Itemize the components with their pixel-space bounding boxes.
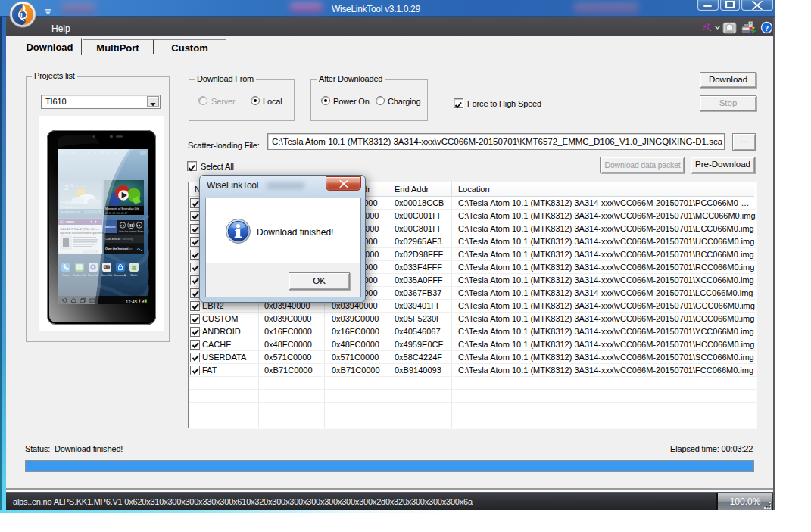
svg-text:L: L [20,11,25,19]
svg-text:Over the horizon Sams: Over the horizon Sams [119,230,144,233]
svg-text:Cool breeze: Cool breeze [105,238,120,241]
svg-text:Over the horizon: Over the horizon [105,247,129,250]
svg-text:00:29:08 / 00:43:47: 00:29:08 / 00:43:47 [105,212,127,215]
svg-text:Moments of Everyday Life: Moments of Everyday Life [105,207,139,210]
svg-text:Market: Market [131,274,138,277]
svg-text:SAMSUNG: SAMSUNG [105,226,116,229]
svg-text:12:45: 12:45 [126,300,138,304]
svg-text:Samsung Ap: Samsung Ap [114,274,127,277]
svg-text:Sam: Sam [127,247,133,250]
svg-text:Game Hub: Game Hub [101,274,112,277]
svg-text:Samsung: Samsung [122,238,133,241]
svg-text:?: ? [765,23,769,33]
